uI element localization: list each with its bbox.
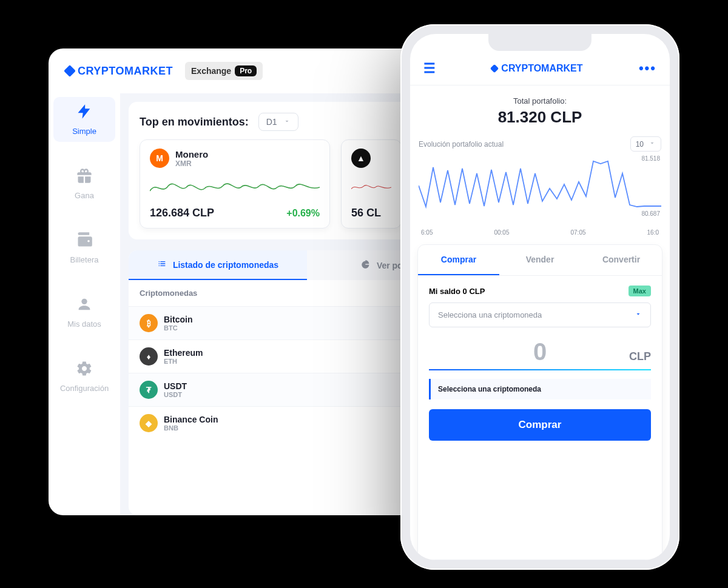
sidebar-item-configuracion[interactable]: Configuración — [49, 354, 120, 399]
x-tick: 07:05 — [571, 229, 586, 236]
amount-row: 0 CLP — [418, 327, 662, 369]
trade-tabs: Comprar Vender Convertir — [418, 245, 662, 276]
sparkline — [351, 174, 391, 201]
sidebar: Simple Gana Billetera Mis datos — [49, 93, 120, 515]
chart-drop-value: 10 — [636, 140, 644, 149]
wallet-icon — [76, 232, 93, 252]
gear-icon — [76, 360, 93, 380]
gift-icon — [76, 167, 93, 187]
amount-input[interactable]: 0 — [429, 338, 651, 366]
helper-text: Selecciona una criptomoneda — [429, 379, 651, 399]
phone-logo: CRYPTOMARKET — [491, 63, 582, 74]
sidebar-label: Mis datos — [67, 319, 101, 329]
timeframe-value: D1 — [266, 117, 277, 127]
x-tick: 00:05 — [494, 229, 509, 236]
mover-change: +0.69% — [286, 208, 320, 219]
crypto-select-placeholder: Selecciona una criptomoneda — [438, 310, 542, 319]
trade-panel: Comprar Vender Convertir Mi saldo 0 CLP … — [417, 244, 662, 560]
sidebar-label: Configuración — [60, 384, 109, 393]
x-tick: 6:05 — [421, 229, 433, 236]
exchange-chip[interactable]: Exchange Pro — [185, 62, 263, 80]
tab-label: Listado de criptomonedas — [173, 260, 278, 270]
balance-label: Mi saldo 0 CLP — [429, 287, 485, 296]
coin-name: Bitcoin — [164, 315, 389, 324]
x-tick: 16:0 — [647, 229, 659, 236]
sidebar-item-simple[interactable]: Simple — [53, 97, 115, 142]
chart-dropdown[interactable]: 10 — [630, 136, 661, 152]
exchange-label: Exchange — [191, 66, 231, 76]
chevron-down-icon — [649, 139, 656, 149]
chevron-down-icon — [635, 310, 642, 319]
tab-vender[interactable]: Vender — [499, 245, 581, 275]
tron-icon: ▲ — [351, 149, 371, 168]
phone-screen: ☰ CRYPTOMARKET ••• Total portafolio: 81.… — [410, 34, 670, 560]
coin-symbol: BTC — [164, 324, 389, 332]
chart-title: Evolución portafolio actual — [419, 140, 504, 149]
pie-icon — [361, 259, 371, 271]
logo: CRYPTOMARKET — [66, 65, 173, 78]
chart-y-low: 80.687 — [641, 210, 660, 217]
more-icon[interactable]: ••• — [639, 61, 656, 76]
max-button[interactable]: Max — [629, 286, 651, 296]
mover-name: Monero — [175, 149, 208, 159]
mover-symbol: XMR — [175, 159, 208, 168]
tab-comprar[interactable]: Comprar — [418, 245, 499, 275]
amount-currency: CLP — [629, 350, 651, 363]
monero-icon: M — [150, 149, 169, 168]
mover-card-partial[interactable]: ▲ 56 CL — [341, 139, 402, 229]
tab-convertir[interactable]: Convertir — [581, 245, 662, 275]
header-name: Criptomonedas — [140, 289, 389, 298]
portfolio-label: Total portafolio: — [419, 96, 661, 105]
logo-text: CRYPTOMARKET — [78, 65, 173, 78]
coin-name: Binance Coin — [164, 415, 389, 424]
coin-icon: ₿ — [140, 314, 158, 332]
chevron-down-icon — [283, 117, 291, 127]
bolt-icon — [76, 103, 93, 123]
sidebar-label: Billetera — [70, 255, 99, 264]
sidebar-label: Gana — [75, 191, 94, 200]
tab-listado[interactable]: Listado de criptomonedas — [129, 250, 307, 280]
mover-card-monero[interactable]: M Monero XMR 126.684 CLP +0.69% — [140, 139, 330, 229]
coin-symbol: BNB — [164, 424, 389, 432]
portfolio-chart: Evolución portafolio actual 10 81.518 80… — [410, 130, 670, 236]
user-icon — [76, 296, 93, 316]
menu-icon[interactable]: ☰ — [423, 61, 436, 76]
pro-badge: Pro — [235, 65, 257, 76]
chart-x-axis: 6:05 00:05 07:05 16:0 — [419, 228, 661, 236]
coin-name: USDT — [164, 381, 389, 391]
timeframe-dropdown[interactable]: D1 — [258, 113, 298, 131]
coin-name: Ethereum — [164, 348, 389, 358]
coin-icon: ♦ — [140, 347, 158, 366]
list-icon — [157, 259, 167, 270]
phone-frame: ☰ CRYPTOMARKET ••• Total portafolio: 81.… — [400, 24, 679, 570]
sparkline — [150, 174, 320, 201]
logo-diamond-icon — [490, 64, 499, 73]
sidebar-item-billetera[interactable]: Billetera — [49, 226, 120, 270]
coin-icon: ₮ — [140, 381, 158, 399]
svg-point-0 — [81, 299, 87, 304]
mover-price-partial: 56 CL — [351, 207, 381, 219]
sidebar-item-misdatos[interactable]: Mis datos — [49, 290, 120, 335]
coin-symbol: USDT — [164, 391, 389, 398]
crypto-select[interactable]: Selecciona una criptomoneda — [429, 302, 651, 327]
sidebar-item-gana[interactable]: Gana — [49, 161, 120, 206]
portfolio-summary: Total portafolio: 81.320 CLP — [410, 85, 670, 130]
chart-y-high: 81.518 — [641, 155, 660, 162]
logo-diamond-icon — [64, 65, 76, 77]
mover-price: 126.684 CLP — [150, 207, 214, 219]
amount-underline — [429, 369, 651, 370]
portfolio-value: 81.320 CLP — [419, 108, 661, 127]
coin-icon: ◆ — [140, 414, 158, 432]
phone-logo-text: CRYPTOMARKET — [501, 63, 582, 74]
sidebar-label: Simple — [72, 127, 96, 136]
phone-notch — [488, 34, 592, 51]
portfolio-line-chart — [419, 155, 661, 216]
coin-symbol: ETH — [164, 358, 389, 365]
top-movers-title: Top en movimientos: — [140, 116, 249, 129]
buy-button[interactable]: Comprar — [429, 409, 651, 441]
